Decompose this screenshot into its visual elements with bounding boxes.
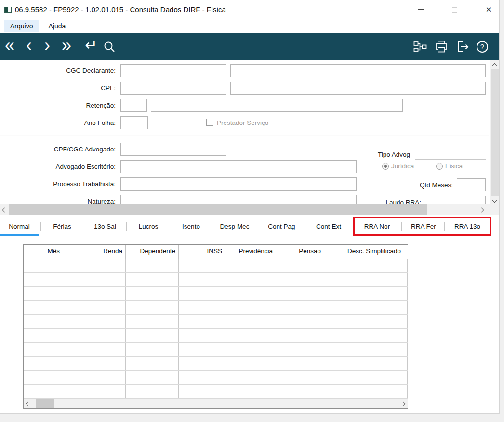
table-cell <box>276 273 324 286</box>
previous-record-button[interactable]: ‹ <box>26 33 32 60</box>
table-cell <box>179 385 225 398</box>
table-row[interactable] <box>24 343 408 357</box>
column-header-desc-simplificado[interactable]: Desc. Simplificado <box>324 245 404 259</box>
table-row[interactable] <box>24 273 408 287</box>
related-records-icon[interactable] <box>413 41 427 54</box>
table-body[interactable] <box>24 259 408 399</box>
table-horizontal-scrollbar[interactable] <box>24 399 408 408</box>
radio-juridica[interactable] <box>382 163 389 170</box>
table-row[interactable] <box>24 259 408 273</box>
tab-desp-mec[interactable]: Desp Mec <box>212 220 257 233</box>
confirm-button[interactable]: ↵ <box>85 33 97 60</box>
table-cell <box>324 259 404 272</box>
close-button[interactable]: ✕ <box>480 3 497 16</box>
column-header-renda[interactable]: Renda <box>63 245 126 259</box>
tab-normal[interactable]: Normal <box>0 220 39 233</box>
tab-13o-sal[interactable]: 13o Sal <box>85 220 125 233</box>
scroll-up-button[interactable] <box>490 60 500 69</box>
print-icon[interactable] <box>435 41 448 55</box>
table-cell <box>24 315 63 328</box>
help-icon[interactable]: ? <box>476 41 489 55</box>
column-header-mes[interactable]: Mês <box>24 245 63 259</box>
app-icon <box>4 7 12 13</box>
table-cell <box>63 357 126 370</box>
advogado-escritorio-label: Advogado Escritório: <box>0 160 116 173</box>
tab-separator <box>212 222 212 231</box>
table-row[interactable] <box>24 357 408 371</box>
table-cell <box>24 357 63 370</box>
table-cell <box>179 287 225 300</box>
tab-ferias[interactable]: Férias <box>42 220 82 233</box>
horizontal-scrollbar[interactable] <box>0 204 486 215</box>
tab-separator <box>305 222 305 231</box>
table-cell <box>63 385 126 398</box>
table-cell <box>24 301 63 314</box>
search-icon[interactable] <box>103 41 116 55</box>
radio-juridica-label: Jurídica <box>391 162 414 171</box>
tab-cont-pag[interactable]: Cont Pag <box>260 220 304 233</box>
table-cell <box>276 315 324 328</box>
window-title: 06.9.5582 - FP5922 - 1.02.01.015 - Consu… <box>15 5 226 14</box>
cpf-cgc-advogado-input[interactable] <box>120 143 226 156</box>
table-cell <box>126 343 179 356</box>
table-scroll-right-button[interactable] <box>399 399 408 408</box>
table-row[interactable] <box>24 315 408 329</box>
tab-separator <box>170 222 170 231</box>
table-cell <box>63 259 126 272</box>
vertical-scrollbar-thumb[interactable] <box>491 69 499 196</box>
table-cell <box>225 385 276 398</box>
advogado-escritorio-input[interactable] <box>120 160 357 173</box>
table-row[interactable] <box>24 329 408 343</box>
tipo-advog-group-border <box>415 159 486 160</box>
ano-folha-input[interactable] <box>120 116 148 129</box>
table-cell <box>225 371 276 384</box>
menubar: Arquivo Ajuda <box>0 19 499 33</box>
prestador-servico-checkbox[interactable] <box>206 119 213 126</box>
exit-icon[interactable] <box>457 41 469 54</box>
chevron-left-icon <box>26 402 30 406</box>
column-header-pensao[interactable]: Pensão <box>276 245 324 259</box>
menu-ajuda[interactable]: Ajuda <box>42 20 72 32</box>
qtd-meses-input[interactable] <box>457 178 486 191</box>
next-record-button[interactable]: › <box>44 33 50 60</box>
table-row[interactable] <box>24 371 408 385</box>
horizontal-scrollbar-thumb[interactable] <box>9 204 427 215</box>
radio-fisica[interactable] <box>436 163 443 170</box>
vertical-scrollbar[interactable] <box>490 60 500 204</box>
laudo-rra-input[interactable] <box>426 196 486 204</box>
table-scrollbar-thumb[interactable] <box>36 399 54 408</box>
tab-separator <box>40 222 41 231</box>
scroll-left-button[interactable] <box>0 204 9 215</box>
table-scroll-left-button[interactable] <box>24 399 32 408</box>
retencao-input[interactable] <box>120 99 147 112</box>
last-record-button[interactable]: » <box>62 33 71 60</box>
cgc-declarante-input[interactable] <box>120 64 226 77</box>
minimize-button[interactable] <box>412 3 429 16</box>
first-record-button[interactable]: « <box>5 33 14 60</box>
prestador-servico-label: Prestador Serviço <box>217 116 268 129</box>
tab-isento[interactable]: Isento <box>172 220 211 233</box>
processo-trabalhista-label: Processo Trabalhista: <box>0 177 116 191</box>
table-cell <box>225 343 276 356</box>
tab-cont-ext[interactable]: Cont Ext <box>306 220 351 233</box>
cpf-desc-input[interactable] <box>230 82 486 95</box>
table-cell <box>179 273 225 286</box>
tab-lucros[interactable]: Lucros <box>128 220 169 233</box>
retencao-desc-input[interactable] <box>151 99 403 112</box>
column-header-previdencia[interactable]: Previdência <box>225 245 276 259</box>
natureza-input[interactable] <box>120 195 357 204</box>
table-cell-filler <box>404 273 408 286</box>
table-cell <box>126 371 179 384</box>
table-row[interactable] <box>24 385 408 399</box>
cpf-input[interactable] <box>120 82 226 95</box>
table-cell <box>324 273 404 286</box>
cgc-declarante-desc-input[interactable] <box>230 64 486 77</box>
menu-arquivo[interactable]: Arquivo <box>4 20 39 32</box>
table-row[interactable] <box>24 301 408 315</box>
processo-trabalhista-input[interactable] <box>120 177 357 191</box>
column-header-dependente[interactable]: Dependente <box>126 245 179 259</box>
table-row[interactable] <box>24 287 408 301</box>
column-header-inss[interactable]: INSS <box>179 245 225 259</box>
scroll-down-button[interactable] <box>490 196 500 204</box>
scroll-right-button[interactable] <box>477 204 486 215</box>
